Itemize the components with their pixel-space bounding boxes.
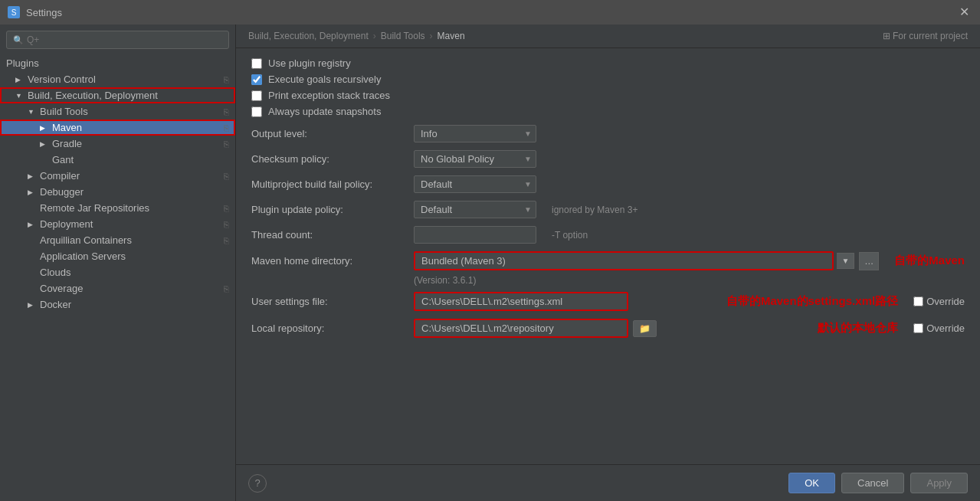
apply-button[interactable]: Apply	[910, 473, 968, 493]
search-icon: 🔍	[13, 35, 24, 45]
maven-version: (Version: 3.6.1)	[414, 275, 965, 286]
search-input[interactable]	[27, 34, 222, 45]
maven-home-label: Maven home directory:	[251, 255, 405, 267]
plugin-update-row: Plugin update policy: Default Force Neve…	[251, 201, 965, 218]
settings-window: S Settings ✕ 🔍 Plugins ▶ Version Control…	[0, 0, 980, 501]
sidebar-item-arquillian[interactable]: ▶ Arquillian Containers ⎘	[0, 232, 235, 248]
chevron-right-icon: ▶	[40, 124, 49, 132]
title-bar-left: S Settings	[8, 6, 62, 18]
maven-home-annotation: 自带的Maven	[894, 254, 965, 268]
sidebar-item-build-tools[interactable]: ▼ Build Tools ⎘	[0, 103, 235, 120]
chevron-down-icon: ▼	[28, 108, 37, 116]
sidebar-item-label: Deployment	[40, 218, 93, 230]
sidebar-item-gant[interactable]: ▶ Gant	[0, 152, 235, 168]
main-content: 🔍 Plugins ▶ Version Control ⎘ ▼ Build, E…	[0, 25, 980, 501]
breadcrumb-sep-1: ›	[373, 31, 376, 41]
title-bar: S Settings ✕	[0, 0, 980, 25]
print-exception-checkbox[interactable]	[251, 90, 262, 101]
thread-count-hint: -T option	[552, 230, 588, 241]
chevron-right-icon: ▶	[28, 221, 37, 228]
plugins-label: Plugins	[6, 57, 39, 69]
local-repo-override-checkbox[interactable]	[913, 323, 923, 333]
multiproject-fail-select[interactable]: Default At End Never	[414, 175, 536, 193]
sidebar-item-remote-jar-repos[interactable]: ▶ Remote Jar Repositories ⎘	[0, 200, 235, 216]
chevron-right-icon: ▶	[28, 172, 37, 180]
chevron-right-icon: ▶	[28, 301, 37, 309]
execute-goals-checkbox[interactable]	[251, 74, 262, 85]
checksum-policy-label: Checksum policy:	[251, 153, 405, 165]
copy-icon: ⎘	[224, 204, 229, 213]
local-repo-override-label: Override	[926, 323, 965, 334]
help-button[interactable]: ?	[248, 474, 267, 493]
settings-app-icon: S	[8, 6, 20, 18]
print-exception-row: Print exception stack traces	[251, 90, 965, 101]
local-repo-folder-btn[interactable]: 📁	[633, 320, 657, 337]
thread-count-label: Thread count:	[251, 229, 405, 241]
copy-icon: ⎘	[224, 220, 229, 229]
copy-icon: ⎘	[224, 172, 229, 181]
sidebar-item-label: Application Servers	[40, 250, 126, 262]
local-repo-group: 📁	[414, 319, 802, 338]
use-plugin-registry-checkbox[interactable]	[251, 58, 262, 69]
chevron-right-icon: ▶	[40, 140, 49, 148]
svg-text:S: S	[11, 8, 17, 17]
multiproject-fail-select-wrapper: Default At End Never ▼	[414, 175, 536, 193]
checksum-policy-select-wrapper: No Global Policy Strict Warn ▼	[414, 150, 536, 168]
window-title: Settings	[26, 7, 62, 18]
maven-home-input[interactable]	[414, 251, 834, 270]
execute-goals-label: Execute goals recursively	[268, 74, 381, 85]
plugin-update-hint: ignored by Maven 3+	[552, 205, 637, 215]
sidebar-item-debugger[interactable]: ▶ Debugger	[0, 184, 235, 200]
sidebar-item-compiler[interactable]: ▶ Compiler ⎘	[0, 168, 235, 184]
sidebar-item-deployment[interactable]: ▶ Deployment ⎘	[0, 216, 235, 232]
always-update-checkbox[interactable]	[251, 106, 262, 117]
always-update-row: Always update snapshots	[251, 106, 965, 117]
sidebar-item-gradle[interactable]: ▶ Gradle ⎘	[0, 136, 235, 152]
checksum-policy-select[interactable]: No Global Policy Strict Warn	[414, 150, 536, 168]
user-settings-row: User settings file: 自带的Maven的settings.xm…	[251, 292, 965, 311]
sidebar: 🔍 Plugins ▶ Version Control ⎘ ▼ Build, E…	[0, 25, 236, 501]
chevron-right-icon: ▶	[15, 76, 25, 84]
sidebar-item-plugins: Plugins	[0, 55, 235, 71]
output-level-select-wrapper: Debug Info Warn Error ▼	[414, 125, 536, 142]
maven-home-combo	[414, 251, 834, 270]
sidebar-item-label: Gant	[52, 154, 74, 165]
output-level-label: Output level:	[251, 128, 405, 139]
plugin-update-label: Plugin update policy:	[251, 204, 405, 215]
sidebar-item-build-exec-deploy[interactable]: ▼ Build, Execution, Deployment	[0, 87, 235, 103]
local-repo-row: Local repository: 📁 默认的本地仓库 Override	[251, 319, 965, 338]
output-level-select[interactable]: Debug Info Warn Error	[414, 125, 536, 142]
print-exception-label: Print exception stack traces	[268, 90, 390, 101]
user-settings-label: User settings file:	[251, 296, 405, 307]
user-settings-input[interactable]	[414, 292, 628, 311]
sidebar-item-clouds[interactable]: ▶ Clouds	[0, 264, 235, 280]
maven-home-row: Maven home directory: ▼ … 自带的Maven	[251, 251, 965, 270]
maven-home-dropdown-btn[interactable]: ▼	[837, 253, 854, 269]
use-plugin-registry-row: Use plugin registry	[251, 57, 965, 69]
copy-icon: ⎘	[224, 139, 229, 149]
maven-home-browse-btn[interactable]: …	[859, 252, 879, 270]
breadcrumb-part-1: Build, Execution, Deployment	[248, 31, 369, 41]
ok-button[interactable]: OK	[788, 473, 835, 493]
cancel-button[interactable]: Cancel	[841, 473, 904, 493]
sidebar-item-label: Arquillian Containers	[40, 234, 132, 246]
sidebar-item-label: Maven	[52, 122, 82, 133]
local-repo-annotation: 默认的本地仓库	[818, 321, 898, 336]
sidebar-item-version-control[interactable]: ▶ Version Control ⎘	[0, 71, 235, 87]
use-plugin-registry-label: Use plugin registry	[268, 57, 351, 69]
search-box[interactable]: 🔍	[6, 31, 229, 49]
thread-count-input[interactable]	[414, 226, 536, 244]
execute-goals-row: Execute goals recursively	[251, 74, 965, 85]
for-current-project: ⊞ For current project	[883, 31, 968, 41]
sidebar-item-label: Compiler	[40, 170, 80, 182]
sidebar-item-docker[interactable]: ▶ Docker	[0, 296, 235, 313]
local-repo-input[interactable]	[414, 319, 628, 338]
sidebar-item-maven[interactable]: ▶ Maven ⎘	[0, 120, 235, 136]
user-settings-override-checkbox[interactable]	[913, 296, 923, 306]
sidebar-item-app-servers[interactable]: ▶ Application Servers	[0, 248, 235, 264]
sidebar-item-coverage[interactable]: ▶ Coverage ⎘	[0, 280, 235, 296]
breadcrumb-sep-2: ›	[430, 31, 433, 41]
plugin-update-select[interactable]: Default Force Never	[414, 201, 536, 218]
plugin-update-select-wrapper: Default Force Never ▼	[414, 201, 536, 218]
close-button[interactable]: ✕	[956, 5, 972, 20]
